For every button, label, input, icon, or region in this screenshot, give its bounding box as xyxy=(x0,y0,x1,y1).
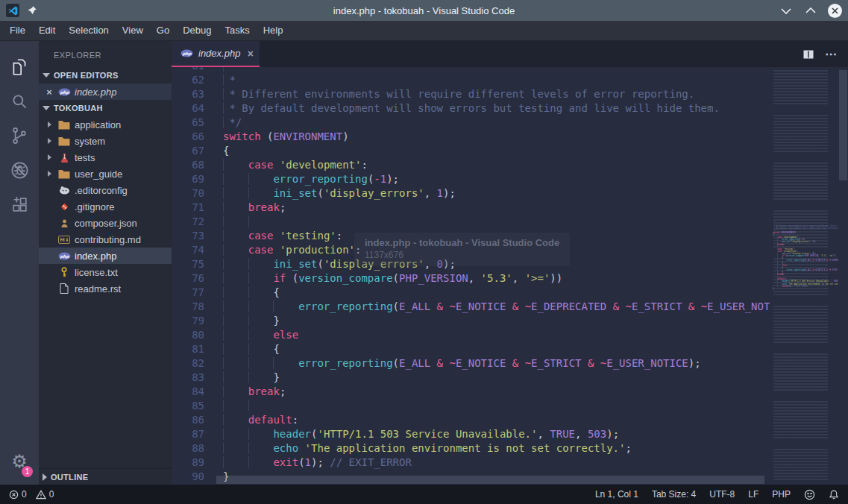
line-number: 68 xyxy=(172,158,204,172)
notifications-bell-icon[interactable] xyxy=(829,489,839,500)
code-line-79[interactable]: 79 } xyxy=(172,314,770,328)
code-line-80[interactable]: 80 else xyxy=(172,328,770,342)
tree-item-license-txt[interactable]: license.txt xyxy=(39,264,172,280)
titlebar: index.php - tokobuah - Visual Studio Cod… xyxy=(0,0,848,21)
tree-item-readme-rst[interactable]: readme.rst xyxy=(39,280,172,297)
line-number: 67 xyxy=(172,144,204,158)
tree-item-composer-json[interactable]: composer.json xyxy=(39,215,172,231)
menu-item-view[interactable]: View xyxy=(116,21,150,40)
code-line-77[interactable]: 77 { xyxy=(172,286,770,300)
minimize-button[interactable] xyxy=(779,4,793,18)
code-line-73[interactable]: 73 case 'testing': xyxy=(172,229,770,243)
code-line-88[interactable]: 88 echo 'The application environment is … xyxy=(172,441,770,456)
code-line-68[interactable]: 68 case 'development': xyxy=(172,158,770,172)
code-line-89[interactable]: 89 exit(1); // EXIT_ERROR xyxy=(172,456,770,470)
menubar: FileEditSelectionViewGoDebugTasksHelp xyxy=(0,21,848,41)
vertical-scrollbar[interactable] xyxy=(838,67,848,485)
chevron-right-icon xyxy=(43,473,47,481)
tree-item--editorconfig[interactable]: .editorconfig xyxy=(39,182,172,198)
code-line-64[interactable]: 64 * By default development will show er… xyxy=(172,101,770,116)
outline-header[interactable]: OUTLINE xyxy=(39,468,172,485)
code-line-87[interactable]: 87 header('HTTP/1.1 503 Service Unavaila… xyxy=(172,427,770,441)
tree-item-index-php[interactable]: phpindex.php xyxy=(39,248,172,264)
minimap[interactable]: * * * Different environments will requir… xyxy=(770,67,838,485)
code-line-81[interactable]: 81 { xyxy=(172,342,770,356)
code-line-75[interactable]: 75 ini_set('display_errors', 0); xyxy=(172,257,770,271)
code-line-86[interactable]: 86 default: xyxy=(172,413,770,427)
line-number: 79 xyxy=(172,314,204,328)
chevron-down-icon xyxy=(43,73,50,78)
tree-item-system[interactable]: system xyxy=(39,133,172,149)
git-icon xyxy=(57,202,71,212)
menu-item-selection[interactable]: Selection xyxy=(62,21,115,40)
errors-indicator[interactable]: 0 xyxy=(9,489,27,500)
tree-item-contributing-md[interactable]: contributing.md xyxy=(39,231,172,248)
pin-icon[interactable] xyxy=(27,5,37,16)
doc-icon xyxy=(57,283,71,294)
menu-item-edit[interactable]: Edit xyxy=(32,21,62,40)
folder-icon xyxy=(57,120,71,130)
explorer-sidebar: EXPLORER OPEN EDITORS ×phpindex.php TOKO… xyxy=(39,41,172,485)
code-line-62[interactable]: 62 * xyxy=(172,73,770,87)
menu-item-debug[interactable]: Debug xyxy=(176,21,218,40)
search-icon[interactable] xyxy=(1,84,37,119)
explorer-icon[interactable] xyxy=(1,50,37,84)
line-number: 65 xyxy=(172,116,204,130)
menu-item-help[interactable]: Help xyxy=(257,21,290,40)
encoding[interactable]: UTF-8 xyxy=(709,489,735,500)
tab-close-icon[interactable]: × xyxy=(248,48,254,60)
maximize-button[interactable] xyxy=(803,4,817,18)
close-icon[interactable]: × xyxy=(45,86,54,98)
code-line-63[interactable]: 63 * Different environments will require… xyxy=(172,87,770,101)
code-line-70[interactable]: 70 ini_set('display_errors', 1); xyxy=(172,186,770,201)
code-line-61[interactable]: 61 * xyxy=(172,67,770,73)
open-editor-index.php[interactable]: ×phpindex.php xyxy=(39,84,172,100)
code-line-84[interactable]: 84 break; xyxy=(172,385,770,399)
code-line-82[interactable]: 82 error_reporting(E_ALL & ~E_NOTICE & ~… xyxy=(172,356,770,371)
line-number: 85 xyxy=(172,399,204,413)
menu-item-go[interactable]: Go xyxy=(150,21,176,40)
line-number: 64 xyxy=(172,101,204,116)
language-mode[interactable]: PHP xyxy=(772,489,791,500)
tree-item-user-guide[interactable]: user_guide xyxy=(39,166,172,182)
code-line-78[interactable]: 78 error_reporting(E_ALL & ~E_NOTICE & ~… xyxy=(172,300,770,314)
code-line-67[interactable]: 67{ xyxy=(172,144,770,158)
tree-item--gitignore[interactable]: .gitignore xyxy=(39,198,172,215)
source-control-icon[interactable] xyxy=(1,119,37,153)
feedback-smiley-icon[interactable] xyxy=(804,489,815,500)
code-line-65[interactable]: 65 */ xyxy=(172,116,770,130)
tree-item-application[interactable]: application xyxy=(39,116,172,133)
code-line-69[interactable]: 69 error_reporting(-1); xyxy=(172,172,770,186)
line-number: 73 xyxy=(172,229,204,243)
code-line-83[interactable]: 83 } xyxy=(172,371,770,385)
more-actions-icon[interactable]: ⋯ xyxy=(825,47,838,61)
horizontal-scrollbar[interactable] xyxy=(216,476,764,484)
warnings-indicator[interactable]: 0 xyxy=(36,489,54,500)
line-number: 66 xyxy=(172,130,204,144)
close-button[interactable] xyxy=(828,4,842,18)
code-line-85[interactable]: 85 xyxy=(172,399,770,413)
eol[interactable]: LF xyxy=(748,489,759,500)
debug-disabled-icon[interactable] xyxy=(1,153,37,187)
settings-gear-icon[interactable]: ⚙ 1 xyxy=(1,444,37,479)
split-editor-icon[interactable] xyxy=(803,48,814,60)
workspace-header[interactable]: TOKOBUAH xyxy=(39,100,172,116)
code-line-71[interactable]: 71 break; xyxy=(172,201,770,215)
vscode-logo-icon[interactable] xyxy=(6,4,19,17)
code-editor[interactable]: 61 *62 *63 * Different environments will… xyxy=(172,67,770,485)
scrollbar-slider[interactable] xyxy=(839,70,847,180)
tab-index-php[interactable]: php index.php × xyxy=(172,41,260,67)
cursor-position[interactable]: Ln 1, Col 1 xyxy=(595,489,638,500)
menu-item-file[interactable]: File xyxy=(3,21,32,40)
code-line-74[interactable]: 74 case 'production': xyxy=(172,243,770,257)
tree-item-tests[interactable]: tests xyxy=(39,149,172,166)
open-editors-header[interactable]: OPEN EDITORS xyxy=(39,67,172,84)
chevron-down-icon xyxy=(43,106,50,110)
tab-bar: php index.php × ⋯ xyxy=(172,41,848,67)
extensions-icon[interactable] xyxy=(1,187,37,221)
menu-item-tasks[interactable]: Tasks xyxy=(218,21,256,40)
code-line-66[interactable]: 66switch (ENVIRONMENT) xyxy=(172,130,770,144)
code-line-76[interactable]: 76 if (version_compare(PHP_VERSION, '5.3… xyxy=(172,271,770,286)
tab-size[interactable]: Tab Size: 4 xyxy=(652,489,696,500)
code-line-72[interactable]: 72 xyxy=(172,215,770,229)
